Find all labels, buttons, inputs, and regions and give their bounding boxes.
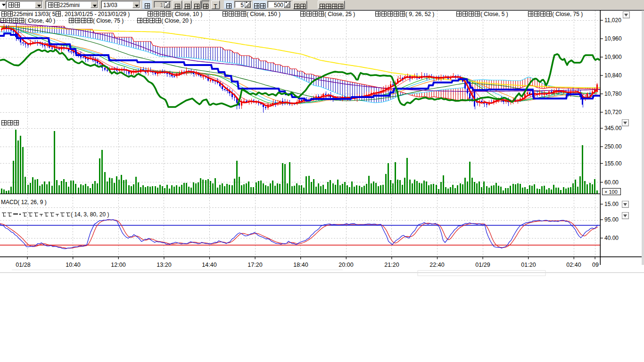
svg-text:14:40: 14:40 (202, 262, 216, 268)
svg-text:20:00: 20:00 (339, 262, 353, 268)
svg-text:10,720: 10,720 (604, 109, 622, 115)
svg-text:01:20: 01:20 (521, 262, 536, 268)
svg-text:15.00: 15.00 (604, 201, 619, 207)
svg-text:60.00: 60.00 (604, 179, 619, 186)
svg-text:250.00: 250.00 (604, 143, 622, 150)
svg-text:02:40: 02:40 (566, 262, 581, 268)
svg-text:01/29: 01/29 (475, 262, 490, 268)
svg-text:13:20: 13:20 (157, 262, 171, 268)
svg-text:22:40: 22:40 (429, 262, 444, 268)
svg-text:10,900: 10,900 (604, 54, 622, 60)
svg-text:17:20: 17:20 (248, 262, 262, 268)
svg-text:10:40: 10:40 (66, 262, 80, 268)
svg-text:40.00: 40.00 (604, 235, 619, 241)
svg-text:345.00: 345.00 (604, 125, 622, 132)
svg-text:11,020: 11,020 (604, 17, 621, 24)
svg-text:12:00: 12:00 (111, 262, 125, 268)
svg-text:18:40: 18:40 (293, 262, 308, 268)
svg-text:155.00: 155.00 (604, 160, 622, 167)
svg-text:10,960: 10,960 (604, 35, 622, 42)
svg-text:09: 09 (592, 262, 599, 268)
svg-text:× 100: × 100 (604, 189, 618, 195)
svg-text:21:20: 21:20 (384, 262, 399, 268)
svg-text:95.00: 95.00 (604, 216, 619, 223)
svg-text:10,780: 10,780 (604, 90, 622, 97)
svg-text:10,840: 10,840 (604, 72, 622, 79)
svg-text:01/28: 01/28 (16, 262, 30, 268)
